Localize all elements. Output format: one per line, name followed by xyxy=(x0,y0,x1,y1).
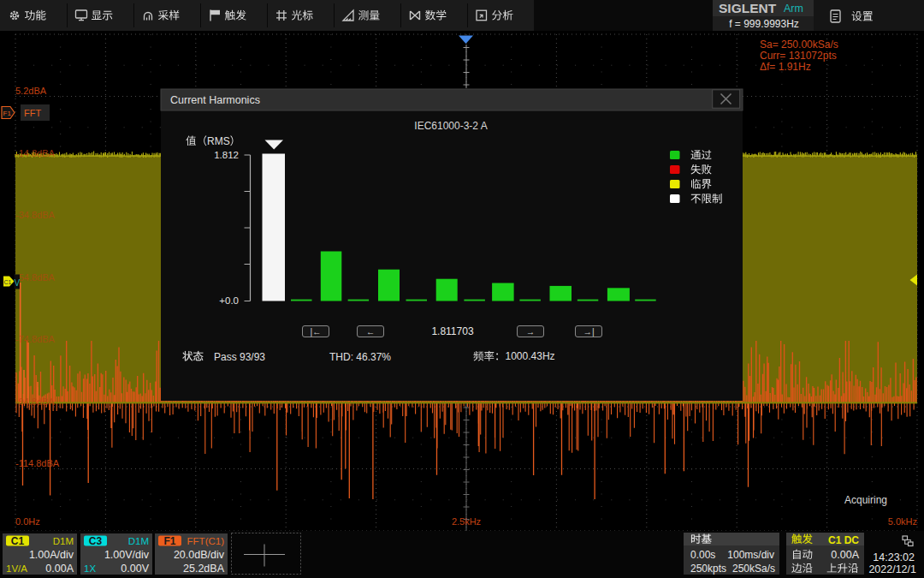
svg-text:IEC61000-3-2 A: IEC61000-3-2 A xyxy=(414,120,487,132)
svg-text:Current Harmonics: Current Harmonics xyxy=(170,94,260,106)
svg-text:D1M: D1M xyxy=(128,536,149,546)
svg-text:|←: |← xyxy=(310,326,321,337)
svg-text:V: V xyxy=(15,278,21,288)
svg-text:RMS: RMS xyxy=(207,135,230,147)
svg-text:0.00A: 0.00A xyxy=(831,549,859,561)
svg-text:100ms/div: 100ms/div xyxy=(727,549,774,561)
svg-text:F1: F1 xyxy=(3,110,12,117)
svg-text:Acquiring: Acquiring xyxy=(844,494,887,506)
svg-text:→: → xyxy=(526,326,536,337)
svg-text:1V/A: 1V/A xyxy=(6,563,27,574)
svg-text:1.00A/div: 1.00A/div xyxy=(29,549,74,561)
svg-text:C1: C1 xyxy=(4,279,12,285)
svg-text:Pass 93/93: Pass 93/93 xyxy=(214,351,265,363)
svg-text:C1: C1 xyxy=(11,535,25,547)
svg-text:Arm: Arm xyxy=(784,3,803,15)
svg-text:Curr= 131072pts: Curr= 131072pts xyxy=(760,50,837,62)
svg-text:FFT(C1): FFT(C1) xyxy=(187,536,225,546)
svg-text:250kSa/s: 250kSa/s xyxy=(732,563,775,575)
svg-text:1.00V/div: 1.00V/div xyxy=(104,549,150,561)
svg-text:Sa= 250.00kSa/s: Sa= 250.00kSa/s xyxy=(760,39,838,51)
svg-text:→|: →| xyxy=(583,326,594,337)
svg-text:0.00s: 0.00s xyxy=(690,549,715,561)
svg-text:-54.8dBA: -54.8dBA xyxy=(15,272,56,283)
svg-text:Δf= 1.91Hz: Δf= 1.91Hz xyxy=(760,61,811,73)
svg-text:D1M: D1M xyxy=(53,536,74,546)
svg-text:5.0kHz: 5.0kHz xyxy=(888,516,917,527)
svg-text:0.0Hz: 0.0Hz xyxy=(15,516,40,527)
svg-text:0.00V: 0.00V xyxy=(121,563,149,575)
svg-text:-34.8dBA: -34.8dBA xyxy=(15,210,56,220)
svg-text:SIGLENT: SIGLENT xyxy=(719,1,777,15)
svg-text:f = 999.9993Hz: f = 999.9993Hz xyxy=(729,18,799,30)
svg-text:1.812: 1.812 xyxy=(214,150,239,160)
svg-text:F1: F1 xyxy=(163,535,175,547)
svg-text:C1 DC: C1 DC xyxy=(828,534,859,546)
svg-text:25.2dBA: 25.2dBA xyxy=(183,563,225,575)
svg-text:2.5kHz: 2.5kHz xyxy=(452,516,481,527)
svg-text:0.00A: 0.00A xyxy=(45,563,74,575)
svg-text:2022/12/1: 2022/12/1 xyxy=(868,563,916,575)
svg-text:1X: 1X xyxy=(84,563,96,574)
svg-text:←: ← xyxy=(366,326,376,337)
svg-text:THD: 46.37%: THD: 46.37% xyxy=(329,351,391,363)
svg-text:FFT: FFT xyxy=(24,108,41,118)
svg-text:-94.8dBA: -94.8dBA xyxy=(15,396,56,407)
svg-text:1.811703: 1.811703 xyxy=(431,325,473,337)
svg-text:-14.8dBA: -14.8dBA xyxy=(15,148,56,158)
svg-text:+0.0: +0.0 xyxy=(219,295,239,306)
svg-text:14:23:02: 14:23:02 xyxy=(873,551,915,563)
svg-text:C3: C3 xyxy=(89,535,103,547)
svg-text:5.2dBA: 5.2dBA xyxy=(15,86,47,96)
svg-text:20.0dB/div: 20.0dB/div xyxy=(174,549,225,561)
svg-text:-74.8dBA: -74.8dBA xyxy=(15,334,56,344)
svg-text:-114.8dBA: -114.8dBA xyxy=(15,458,60,468)
svg-text:1000.43Hz: 1000.43Hz xyxy=(506,350,555,362)
svg-text:250kpts: 250kpts xyxy=(690,563,726,575)
